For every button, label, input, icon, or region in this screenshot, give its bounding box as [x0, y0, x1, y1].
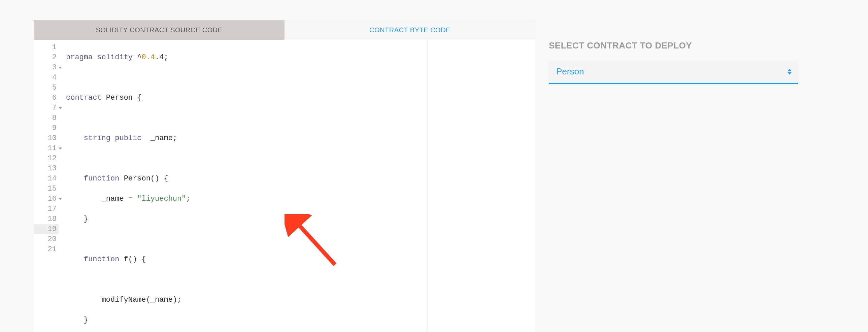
line-number: 7 [34, 103, 59, 113]
tab-byte-code[interactable]: CONTRACT BYTE CODE [284, 20, 535, 40]
select-arrows-icon [787, 69, 792, 74]
line-number: 18 [34, 214, 59, 224]
line-number: 12 [34, 154, 59, 164]
identifier: _name [151, 134, 173, 143]
deploy-section-title: SELECT CONTRACT TO DEPLOY [549, 40, 798, 51]
line-number: 5 [34, 83, 59, 93]
text: .4 [155, 53, 164, 62]
code-editor[interactable]: 123456789101112131415161718192021 pragma… [34, 40, 535, 332]
line-number: 1 [34, 42, 59, 53]
line-number: 13 [34, 164, 59, 174]
identifier: Person [106, 94, 133, 102]
line-number: 17 [34, 204, 59, 214]
line-number: 2 [34, 53, 59, 63]
contract-select-value: Person [556, 66, 584, 77]
line-number: 15 [34, 184, 59, 194]
line-number: 8 [34, 113, 59, 123]
line-number: 9 [34, 123, 59, 133]
string: "liyuechun" [137, 194, 186, 203]
keyword: function [84, 174, 120, 183]
number: 0.4 [142, 53, 155, 62]
line-number: 20 [34, 234, 59, 244]
line-number: 6 [34, 93, 59, 103]
gutter: 123456789101112131415161718192021 [34, 40, 61, 332]
identifier: _name [102, 194, 124, 203]
modifier: public [115, 134, 142, 143]
line-number: 4 [34, 73, 59, 83]
editor-split[interactable] [428, 40, 428, 332]
identifier: Person [124, 174, 151, 183]
line-number: 11 [34, 144, 59, 154]
identifier: f [124, 255, 128, 264]
identifier: modifyName [102, 296, 146, 304]
line-number: 10 [34, 133, 59, 144]
keyword: solidity [97, 53, 133, 62]
line-number: 14 [34, 174, 59, 184]
identifier: _name [151, 296, 173, 304]
line-number: 21 [34, 244, 59, 254]
line-number: 3 [34, 63, 59, 73]
tab-source-code[interactable]: SOLIDITY CONTRACT SOURCE CODE [34, 20, 284, 40]
line-number: 16 [34, 194, 59, 204]
line-number: 19 [34, 224, 59, 234]
code-area[interactable]: pragma solidity ^0.4.4; contract Person … [61, 40, 535, 332]
type: string [84, 134, 111, 143]
contract-select[interactable]: Person [549, 60, 798, 84]
keyword: pragma [66, 53, 93, 62]
keyword: contract [66, 94, 102, 102]
keyword: function [84, 255, 120, 264]
tabs: SOLIDITY CONTRACT SOURCE CODE CONTRACT B… [34, 20, 535, 40]
